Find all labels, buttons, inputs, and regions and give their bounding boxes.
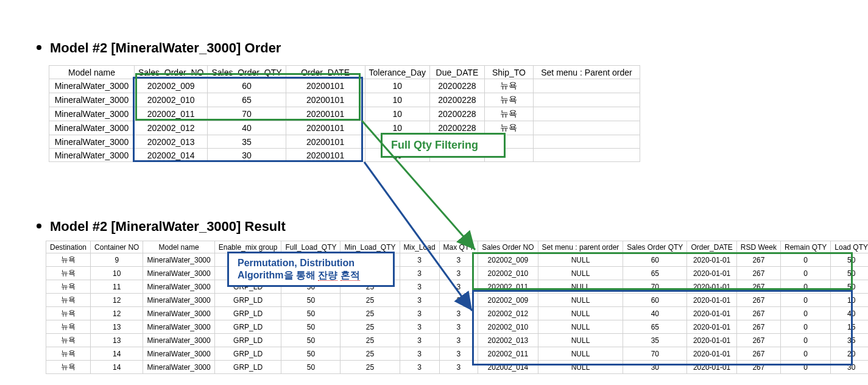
table-cell: 14	[91, 361, 143, 374]
table-header-row: Destination Container NO Model name Enab…	[46, 241, 869, 253]
table-cell: 20200228	[429, 107, 484, 121]
bullet-icon	[37, 45, 41, 50]
table-cell: MineralWater_3000	[143, 280, 214, 294]
col-tol: Tolerance_Day	[365, 66, 429, 79]
table-cell: 3	[400, 307, 439, 320]
col-model: Model name	[49, 66, 135, 79]
label-full-qty-text: Full Qty Filtering	[391, 139, 478, 151]
col-rem: Remain QTY	[780, 241, 830, 253]
table-cell: MineralWater_3000	[143, 307, 214, 320]
table-cell: 뉴욕	[46, 280, 91, 294]
table-cell: 50	[281, 320, 340, 334]
table-cell: MineralWater_3000	[143, 361, 214, 374]
table-cell: MineralWater_3000	[49, 79, 135, 93]
col-mixl: Mix_Load	[400, 241, 439, 253]
table-cell: 뉴욕	[484, 79, 533, 93]
table-cell: 뉴욕	[46, 361, 91, 374]
table-cell: 25	[340, 334, 400, 347]
heading-order: Model #2 [MineralWater_3000] Order	[37, 40, 281, 56]
heading-result: Model #2 [MineralWater_3000] Result	[37, 219, 286, 235]
col-set: Set menu : Parent order	[533, 66, 640, 79]
table-cell: 50	[281, 361, 340, 374]
table-cell: 25	[340, 320, 400, 334]
highlight-green-result	[472, 252, 853, 290]
highlight-blue-result	[472, 290, 853, 366]
table-cell: MineralWater_3000	[143, 320, 214, 334]
table-cell: 50	[281, 347, 340, 361]
heading-order-text: Model #2 [MineralWater_3000] Order	[50, 40, 281, 55]
table-cell: MineralWater_3000	[49, 149, 135, 162]
table-cell: 뉴욕	[46, 294, 91, 307]
table-cell: 11	[91, 280, 143, 294]
table-cell: 뉴욕	[46, 307, 91, 320]
table-cell: MineralWater_3000	[143, 253, 214, 267]
table-cell: 뉴욕	[46, 334, 91, 347]
table-cell: 뉴욕	[484, 93, 533, 107]
table-cell: MineralWater_3000	[143, 334, 214, 347]
table-cell: 14	[91, 347, 143, 361]
table-cell: 3	[400, 280, 439, 294]
table-cell: 3	[400, 294, 439, 307]
table-cell: GRP_LD	[214, 334, 281, 347]
table-cell: GRP_LD	[214, 307, 281, 320]
highlight-green-order	[135, 73, 361, 121]
table-cell: 50	[281, 334, 340, 347]
table-cell: 20200228	[429, 79, 484, 93]
table-cell: 10	[91, 267, 143, 280]
col-set: Set menu : parent order	[538, 241, 623, 253]
col-ship: Ship_TO	[484, 66, 533, 79]
table-cell: 50	[281, 294, 340, 307]
table-cell: GRP_LD	[214, 294, 281, 307]
table-cell	[533, 149, 640, 162]
table-cell: 뉴욕	[484, 107, 533, 121]
col-due: Due_DATE	[429, 66, 484, 79]
table-cell: 20200228	[429, 93, 484, 107]
table-cell: 25	[340, 307, 400, 320]
table-cell: 뉴욕	[46, 320, 91, 334]
table-cell: GRP_LD	[214, 361, 281, 374]
table-cell: 25	[340, 294, 400, 307]
table-cell: 3	[400, 347, 439, 361]
table-cell	[533, 121, 640, 135]
col-cont: Container NO	[91, 241, 143, 253]
label-permutation: Permutation, Distribution Algorithm을 통해 …	[227, 252, 395, 287]
table-cell: 10	[365, 79, 429, 93]
table-cell: 9	[91, 253, 143, 267]
label-perm-dotted1: 잔량	[318, 270, 337, 281]
label-perm-line1: Permutation, Distribution	[238, 258, 355, 268]
table-cell: 3	[400, 334, 439, 347]
table-cell: MineralWater_3000	[143, 294, 214, 307]
col-dest: Destination	[46, 241, 91, 253]
label-perm-dotted2: 혼적	[340, 270, 360, 281]
col-model: Model name	[143, 241, 214, 253]
table-cell	[533, 93, 640, 107]
table-cell: MineralWater_3000	[143, 267, 214, 280]
table-cell: MineralWater_3000	[49, 135, 135, 149]
table-cell: 3	[400, 267, 439, 280]
table-cell: 10	[365, 107, 429, 121]
table-cell: MineralWater_3000	[49, 121, 135, 135]
table-cell: GRP_LD	[214, 347, 281, 361]
col-load: Load QTY	[831, 241, 868, 253]
col-rsd: RSD Week	[736, 241, 780, 253]
table-cell: 25	[340, 361, 400, 374]
table-cell: 뉴욕	[46, 253, 91, 267]
table-cell: 50	[281, 307, 340, 320]
table-cell: MineralWater_3000	[49, 93, 135, 107]
table-cell: GRP_LD	[214, 320, 281, 334]
col-sqty: Sales Order QTY	[623, 241, 687, 253]
table-cell: 13	[91, 334, 143, 347]
table-cell: 10	[365, 93, 429, 107]
table-cell: MineralWater_3000	[143, 347, 214, 361]
table-cell: 3	[400, 361, 439, 374]
table-cell: MineralWater_3000	[49, 107, 135, 121]
table-cell: 뉴욕	[46, 347, 91, 361]
col-max: Max QTY	[439, 241, 478, 253]
col-odate: Order_DATE	[687, 241, 736, 253]
table-cell: 3	[400, 253, 439, 267]
bullet-icon	[37, 224, 41, 228]
label-perm-line2a: Algorithm을 통해	[238, 270, 318, 280]
table-cell: 12	[91, 294, 143, 307]
label-full-qty: Full Qty Filtering	[381, 133, 506, 158]
table-cell: 12	[91, 307, 143, 320]
